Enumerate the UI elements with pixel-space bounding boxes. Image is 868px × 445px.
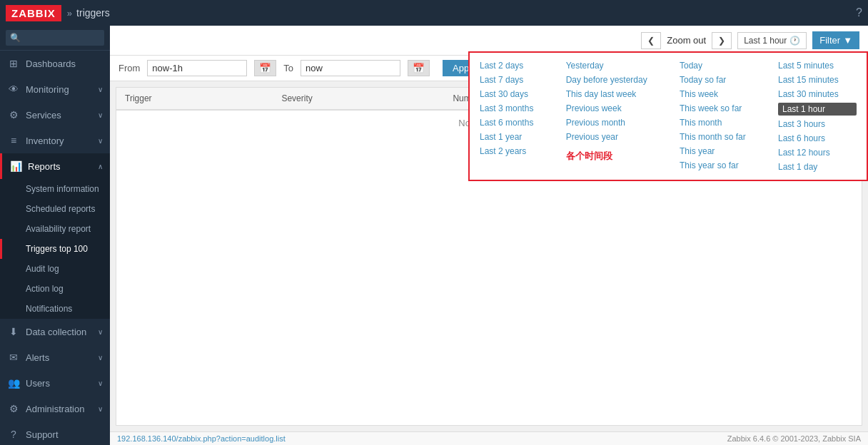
time-col-2: Yesterday Day before yesterday This day … <box>566 60 665 173</box>
yesterday[interactable]: Yesterday <box>566 60 665 71</box>
last-30-days[interactable]: Last 30 days <box>480 88 552 100</box>
sidebar-item-label: Administration <box>26 404 84 414</box>
last-6-months[interactable]: Last 6 months <box>480 117 552 128</box>
zoom-out-prev-button[interactable]: ❮ <box>641 32 661 49</box>
services-icon: ⚙ <box>7 108 20 121</box>
time-col-4: Last 5 minutes Last 15 minutes Last 30 m… <box>778 60 857 173</box>
previous-week[interactable]: Previous week <box>566 103 665 114</box>
last-30-minutes[interactable]: Last 30 minutes <box>778 88 857 100</box>
this-month-so-far[interactable]: This month so far <box>680 131 764 143</box>
time-annotation: 各个时间段 <box>566 150 665 163</box>
sidebar-item-audit-log[interactable]: Audit log <box>0 259 110 279</box>
sidebar-item-data-collection[interactable]: ⬇ Data collection ∨ <box>0 319 110 344</box>
sidebar-item-monitoring[interactable]: 👁 Monitoring ∨ <box>0 76 110 102</box>
content-area: ❮ Zoom out ❯ Last 1 hour 🕐 Filter ▼ Last… <box>110 26 868 445</box>
sidebar-item-label: Inventory <box>26 135 64 146</box>
sidebar-item-administration[interactable]: ⚙ Administration ∨ <box>0 396 110 421</box>
to-calendar-button[interactable]: 📅 <box>408 60 430 76</box>
sub-item-label: Notifications <box>26 304 72 314</box>
sidebar-search-area <box>0 26 110 51</box>
dashboards-icon: ⊞ <box>7 57 20 70</box>
today-so-far[interactable]: Today so far <box>680 74 764 86</box>
chevron-icon: ∨ <box>98 328 103 336</box>
sidebar-item-action-log[interactable]: Action log <box>0 279 110 299</box>
time-col-1: Last 2 days Last 7 days Last 30 days Las… <box>480 60 552 173</box>
sidebar-item-triggers-top-100[interactable]: Triggers top 100 <box>0 239 110 259</box>
chevron-icon: ∨ <box>98 379 103 387</box>
to-input[interactable] <box>301 60 400 76</box>
this-week-so-far[interactable]: This week so far <box>680 103 764 114</box>
sidebar-item-label: Data collection <box>26 327 86 337</box>
sub-item-label: Availability report <box>26 224 91 234</box>
sidebar-item-support[interactable]: ? Support <box>0 421 110 445</box>
reports-icon: 📊 <box>9 160 22 173</box>
last-6-hours[interactable]: Last 6 hours <box>778 133 857 144</box>
zoom-out-next-button[interactable]: ❯ <box>712 32 732 49</box>
time-range-button[interactable]: Last 1 hour 🕐 <box>737 32 807 49</box>
sidebar-item-scheduled-reports[interactable]: Scheduled reports <box>0 199 110 219</box>
filter-icon: ▼ <box>843 35 852 46</box>
sidebar-item-users[interactable]: 👥 Users ∨ <box>0 370 110 396</box>
sidebar-item-services[interactable]: ⚙ Services ∨ <box>0 102 110 128</box>
last-3-months[interactable]: Last 3 months <box>480 103 552 114</box>
last-12-hours[interactable]: Last 12 hours <box>778 147 857 158</box>
sub-item-label: Scheduled reports <box>26 204 95 214</box>
from-input[interactable] <box>147 60 247 76</box>
time-picker-popup: Last 2 days Last 7 days Last 30 days Las… <box>468 51 868 181</box>
sidebar-item-label: Dashboards <box>26 58 76 69</box>
sidebar-item-label: Monitoring <box>26 84 69 95</box>
search-input[interactable] <box>6 30 104 46</box>
last-2-days[interactable]: Last 2 days <box>480 60 552 71</box>
last-1-day[interactable]: Last 1 day <box>778 161 857 173</box>
sidebar-item-notifications[interactable]: Notifications <box>0 299 110 319</box>
last-3-hours[interactable]: Last 3 hours <box>778 118 857 130</box>
chevron-icon: ∧ <box>98 163 103 170</box>
sidebar-item-system-information[interactable]: System information <box>0 179 110 199</box>
sidebar-item-dashboards[interactable]: ⊞ Dashboards <box>0 51 110 76</box>
sidebar-item-label: Reports <box>28 161 61 172</box>
filter-label: Filter <box>819 35 840 46</box>
last-15-minutes[interactable]: Last 15 minutes <box>778 74 857 86</box>
time-col-3: Today Today so far This week This week s… <box>680 60 764 173</box>
zabbix-logo[interactable]: ZABBIX <box>6 5 61 21</box>
sidebar-item-availability-report[interactable]: Availability report <box>0 219 110 239</box>
sidebar-item-inventory[interactable]: ≡ Inventory ∨ <box>0 128 110 153</box>
statusbar-url[interactable]: 192.168.136.140/zabbix.php?action=auditl… <box>117 434 286 443</box>
monitoring-icon: 👁 <box>7 83 20 96</box>
col-trigger: Trigger <box>116 88 273 110</box>
topbar: ZABBIX » triggers ? <box>0 0 868 26</box>
from-calendar-button[interactable]: 📅 <box>254 60 276 76</box>
previous-year[interactable]: Previous year <box>566 131 665 143</box>
today[interactable]: Today <box>680 60 764 71</box>
last-5-minutes[interactable]: Last 5 minutes <box>778 60 857 71</box>
this-week[interactable]: This week <box>680 88 764 100</box>
chevron-icon: ∨ <box>98 405 103 413</box>
sidebar-item-label: Services <box>26 110 61 121</box>
last-2-years[interactable]: Last 2 years <box>480 145 552 157</box>
this-year-so-far[interactable]: This year so far <box>680 160 764 171</box>
this-year[interactable]: This year <box>680 145 764 157</box>
chevron-icon: ∨ <box>98 111 103 119</box>
clock-icon: 🕐 <box>789 36 800 46</box>
alerts-icon: ✉ <box>7 351 20 364</box>
sub-item-label: System information <box>26 184 99 194</box>
main-layout: ⊞ Dashboards 👁 Monitoring ∨ ⚙ Services ∨… <box>0 26 868 445</box>
last-7-days[interactable]: Last 7 days <box>480 74 552 86</box>
col-severity: Severity <box>273 88 444 110</box>
help-icon[interactable]: ? <box>856 6 862 19</box>
sub-item-label: Action log <box>26 284 64 294</box>
last-1-hour[interactable]: Last 1 hour <box>778 103 857 116</box>
this-day-last-week[interactable]: This day last week <box>566 88 665 100</box>
data-collection-icon: ⬇ <box>7 325 20 338</box>
statusbar-version: Zabbix 6.4.6 © 2001-2023, Zabbix SIA <box>727 434 861 443</box>
last-1-year[interactable]: Last 1 year <box>480 131 552 143</box>
previous-month[interactable]: Previous month <box>566 117 665 128</box>
breadcrumb-arrows: » <box>67 8 72 19</box>
sidebar-item-reports[interactable]: 📊 Reports ∧ <box>0 153 110 179</box>
sidebar-item-label: Alerts <box>26 352 49 363</box>
sidebar-item-label: Support <box>26 429 59 440</box>
filter-button[interactable]: Filter ▼ <box>812 31 859 49</box>
sidebar-item-alerts[interactable]: ✉ Alerts ∨ <box>0 344 110 370</box>
this-month[interactable]: This month <box>680 117 764 128</box>
day-before-yesterday[interactable]: Day before yesterday <box>566 74 665 86</box>
